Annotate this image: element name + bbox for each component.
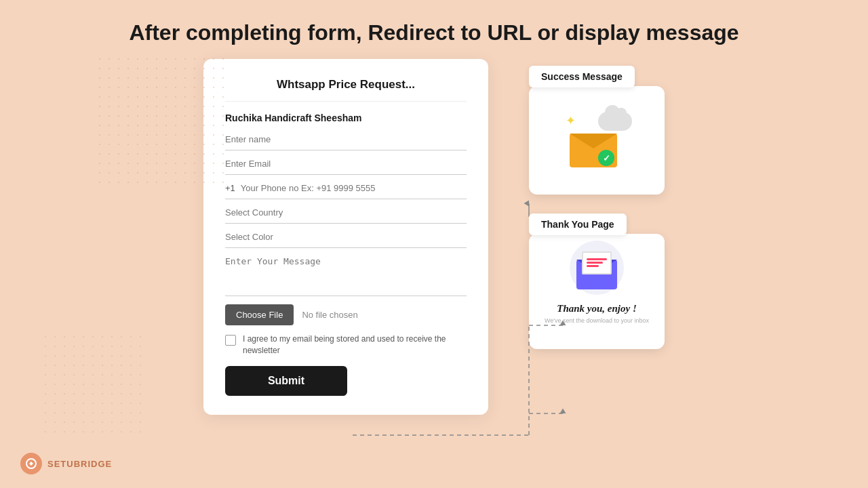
success-illustration: ✦ ✓ <box>556 106 637 174</box>
message-textarea[interactable] <box>225 255 467 289</box>
checkmark-icon: ✓ <box>598 150 614 166</box>
phone-field[interactable]: +1 <box>225 182 467 199</box>
country-input[interactable] <box>225 206 467 219</box>
page-title: After completing form, Redirect to URL o… <box>0 0 868 59</box>
no-file-label: No file chosen <box>302 310 357 320</box>
name-input[interactable] <box>225 133 467 146</box>
cloud-icon <box>598 112 632 131</box>
thankyou-section: Thank You Page <box>529 214 665 349</box>
success-card: ✦ ✓ <box>529 86 665 195</box>
message-field[interactable] <box>225 255 467 296</box>
thankyou-subtext: We've sent the download to your inbox <box>545 317 649 324</box>
email-field[interactable] <box>225 157 467 175</box>
thankyou-page-tab[interactable]: Thank You Page <box>529 214 627 235</box>
logo-area: SETUBRIDGE <box>20 453 112 474</box>
ty-letter-icon <box>582 251 612 274</box>
right-side-panels: Success Message ✦ ✓ Thank You Page <box>529 66 665 354</box>
phone-input[interactable] <box>241 182 467 195</box>
dot-pattern-1 <box>95 54 231 190</box>
ty-letter-line-2 <box>587 262 603 264</box>
checkbox-row: I agree to my email being stored and use… <box>225 333 467 357</box>
form-title: Whtsapp Price Request... <box>225 78 467 102</box>
logo-text: SETUBRIDGE <box>47 459 112 469</box>
file-upload-row: Choose File No file chosen <box>225 304 467 325</box>
thankyou-card: Thank you, enjoy ! We've sent the downlo… <box>529 234 665 349</box>
choose-file-button[interactable]: Choose File <box>225 304 294 325</box>
checkbox-label: I agree to my email being stored and use… <box>243 333 467 357</box>
ty-letter-line-1 <box>587 258 607 260</box>
sparkle-icon: ✦ <box>566 113 576 128</box>
logo-svg <box>25 458 37 470</box>
submit-button[interactable]: Submit <box>225 366 347 396</box>
ty-letter-line-3 <box>587 265 599 267</box>
logo-icon <box>20 453 42 474</box>
form-card: Whtsapp Price Request... Ruchika Handicr… <box>203 59 488 415</box>
color-field[interactable] <box>225 230 467 248</box>
success-section: Success Message ✦ ✓ <box>529 66 665 195</box>
thankyou-heading: Thank you, enjoy ! <box>557 303 637 314</box>
newsletter-checkbox[interactable] <box>225 335 236 346</box>
ty-envelope-icon <box>576 260 617 289</box>
envelope-flap <box>570 134 617 148</box>
form-subtitle: Ruchika Handicraft Sheesham <box>225 113 467 123</box>
name-field[interactable] <box>225 133 467 150</box>
country-field[interactable] <box>225 206 467 224</box>
envelope-icon: ✓ <box>570 134 617 167</box>
ty-content: Thank you, enjoy ! We've sent the downlo… <box>540 260 654 324</box>
email-input[interactable] <box>225 157 467 170</box>
color-input[interactable] <box>225 230 467 243</box>
dot-pattern-2 <box>41 332 142 434</box>
success-message-tab[interactable]: Success Message <box>529 66 635 87</box>
